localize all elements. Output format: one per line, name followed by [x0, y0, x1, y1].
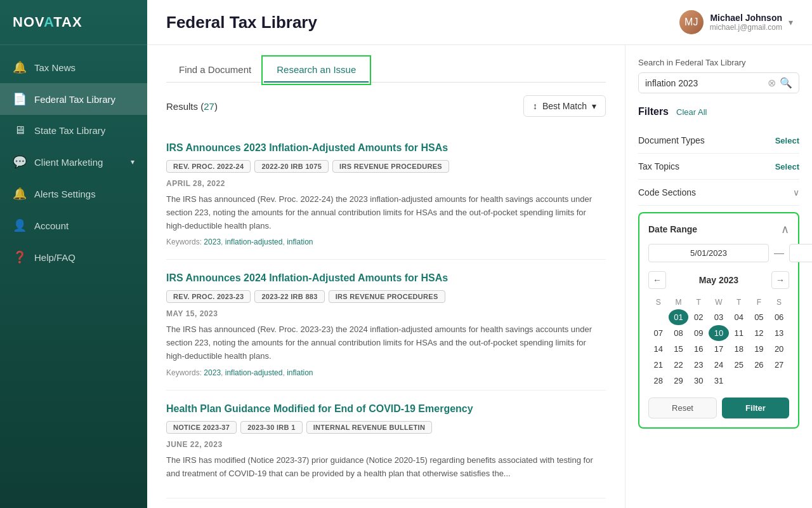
keyword-link[interactable]: 2023: [204, 237, 221, 246]
calendar-day[interactable]: 25: [729, 357, 749, 373]
chevron-down-icon: ▾: [131, 157, 134, 166]
calendar-day[interactable]: 03: [709, 309, 729, 325]
calendar-day[interactable]: 01: [669, 309, 689, 325]
calendar-day[interactable]: 02: [688, 309, 709, 325]
sidebar: NOVATAX 🔔 Tax News 📄 Federal Tax Library…: [0, 0, 147, 508]
page-header: Federal Tax Library MJ Michael Johnson m…: [147, 0, 812, 45]
sidebar-item-account[interactable]: 👤 Account: [0, 210, 147, 241]
calendar-prev-button[interactable]: ←: [648, 271, 666, 289]
calendar-day[interactable]: 22: [669, 357, 689, 373]
results-header: Results (27) ↕ Best Match ▾: [166, 95, 606, 117]
calendar-day[interactable]: 08: [669, 325, 689, 341]
page-title: Federal Tax Library: [166, 13, 317, 32]
calendar-day[interactable]: 10: [709, 325, 729, 341]
user-details: Michael Johnson michael.j@gmail.com: [710, 13, 782, 32]
calendar-day[interactable]: 07: [648, 325, 669, 341]
calendar-day[interactable]: 27: [769, 357, 789, 373]
tab-research-issue[interactable]: Research an Issue: [264, 58, 369, 83]
result-description: The IRS has announced (Rev. Proc. 2022-2…: [166, 193, 606, 232]
sidebar-item-label: Account: [34, 220, 69, 231]
sidebar-item-help-faq[interactable]: ❓ Help/FAQ: [0, 241, 147, 273]
calendar-day[interactable]: 05: [749, 309, 769, 325]
keyword-link[interactable]: inflation-adjusted: [225, 237, 283, 246]
result-title[interactable]: Health Plan Guidance Modified for End of…: [166, 403, 606, 415]
calendar-day[interactable]: 29: [669, 373, 689, 389]
date-start-input[interactable]: [648, 244, 769, 262]
keyword-link[interactable]: inflation-adjusted: [225, 368, 283, 377]
reset-button[interactable]: Reset: [648, 398, 717, 418]
sidebar-item-tax-news[interactable]: 🔔 Tax News: [0, 51, 147, 83]
result-date: APRIL 28, 2022: [166, 179, 606, 188]
calendar-day[interactable]: 13: [769, 325, 789, 341]
filter-button[interactable]: Filter: [722, 398, 789, 418]
filter-select-button[interactable]: Select: [775, 162, 799, 171]
result-title[interactable]: IRS Announces 2023 Inflation-Adjusted Am…: [166, 142, 606, 154]
keyword-link[interactable]: 2023: [204, 368, 221, 377]
tag: INTERNAL REVENUE BULLETIN: [306, 421, 433, 434]
calendar-day[interactable]: 15: [669, 341, 689, 357]
keyword-link[interactable]: inflation: [287, 368, 313, 377]
question-icon: ❓: [13, 250, 27, 264]
tag: NOTICE 2023-37: [166, 421, 237, 434]
calendar-grid: S M T W T F S 01 02: [648, 295, 789, 389]
alert-icon: 🔔: [13, 187, 27, 201]
sidebar-item-client-marketing[interactable]: 💬 Client Marketing ▾: [0, 146, 147, 178]
chevron-down-icon[interactable]: ∨: [793, 187, 799, 197]
bell-icon: 🔔: [13, 60, 27, 74]
calendar-day[interactable]: 09: [688, 325, 709, 341]
calendar-day[interactable]: 19: [749, 341, 769, 357]
keyword-link[interactable]: inflation: [287, 237, 313, 246]
day-header: S: [648, 295, 669, 309]
right-panel: Search in Federal Tax Library ⊗ 🔍 Filter…: [625, 45, 812, 508]
collapse-icon[interactable]: ∧: [781, 222, 789, 236]
calendar-day[interactable]: 16: [688, 341, 709, 357]
calendar-day[interactable]: 23: [688, 357, 709, 373]
clear-all-button[interactable]: Clear All: [676, 107, 707, 117]
sort-dropdown[interactable]: ↕ Best Match ▾: [523, 95, 606, 117]
calendar-day[interactable]: 12: [749, 325, 769, 341]
tab-bar: Find a Document Research an Issue: [166, 58, 606, 83]
document-types-filter: Document Types Select: [638, 128, 799, 154]
filter-label: Tax Topics: [638, 161, 679, 171]
date-end-input[interactable]: [789, 244, 812, 262]
sort-label: Best Match: [542, 101, 587, 111]
tab-find-document[interactable]: Find a Document: [166, 58, 264, 83]
person-icon: 👤: [13, 218, 27, 232]
calendar-day[interactable]: 18: [729, 341, 749, 357]
document-icon: 📄: [13, 92, 27, 106]
calendar-day[interactable]: 04: [729, 309, 749, 325]
date-range-header: Date Range ∧: [648, 222, 789, 236]
calendar-day[interactable]: 20: [769, 341, 789, 357]
search-icon[interactable]: 🔍: [780, 77, 792, 89]
calendar-next-button[interactable]: →: [771, 271, 789, 289]
calendar-day[interactable]: 26: [749, 357, 769, 373]
result-title[interactable]: IRS Announces 2024 Inflation-Adjusted Am…: [166, 272, 606, 284]
sidebar-item-alerts-settings[interactable]: 🔔 Alerts Settings: [0, 178, 147, 210]
calendar-day[interactable]: 17: [709, 341, 729, 357]
result-date: JUNE 22, 2023: [166, 440, 606, 449]
calendar-day[interactable]: 28: [648, 373, 669, 389]
filter-select-button[interactable]: Select: [775, 136, 799, 145]
calendar-day[interactable]: 14: [648, 341, 669, 357]
calendar-day: [769, 373, 789, 389]
tag: IRS REVENUE PROCEDURES: [332, 160, 449, 173]
sidebar-item-label: Federal Tax Library: [34, 94, 115, 105]
clear-icon[interactable]: ⊗: [768, 77, 776, 89]
sidebar-item-label: Tax News: [34, 62, 75, 73]
date-inputs: —: [648, 244, 789, 262]
results-count: Results (27): [166, 101, 218, 112]
calendar-day[interactable]: 06: [769, 309, 789, 325]
tag: 2022-20 IRB 1075: [254, 160, 329, 173]
search-input[interactable]: [645, 78, 764, 88]
sidebar-item-state-tax-library[interactable]: 🖥 State Tax Library: [0, 115, 147, 146]
calendar-day[interactable]: 21: [648, 357, 669, 373]
tag: REV. PROC. 2022-24: [166, 160, 251, 173]
calendar-day[interactable]: 24: [709, 357, 729, 373]
sidebar-item-federal-tax-library[interactable]: 📄 Federal Tax Library: [0, 83, 147, 115]
user-menu[interactable]: MJ Michael Johnson michael.j@gmail.com ▾: [679, 10, 793, 34]
calendar-day[interactable]: 31: [709, 373, 729, 389]
result-tags: REV. PROC. 2023-23 2023-22 IRB 883 IRS R…: [166, 290, 606, 303]
result-description: The IRS has announced (Rev. Proc. 2023-2…: [166, 323, 606, 363]
calendar-day[interactable]: 30: [688, 373, 709, 389]
calendar-day[interactable]: 11: [729, 325, 749, 341]
